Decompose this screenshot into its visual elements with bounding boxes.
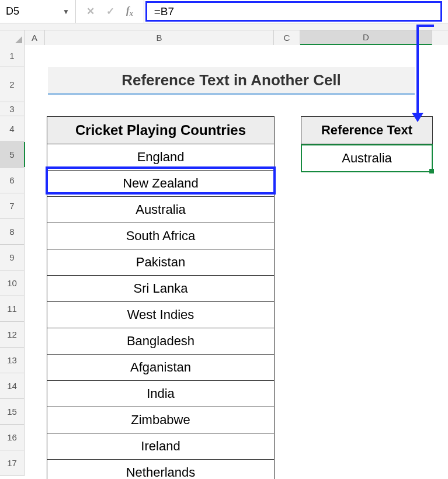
- table-row[interactable]: Zimbabwe: [47, 407, 274, 433]
- select-all-triangle[interactable]: [0, 30, 25, 45]
- reference-table: Reference Text Australia: [301, 116, 433, 172]
- row-header-5[interactable]: 5: [0, 142, 25, 168]
- name-box[interactable]: D5 ▼: [0, 0, 76, 23]
- selected-cell-D5[interactable]: Australia: [301, 144, 433, 172]
- row-header-17[interactable]: 17: [0, 450, 25, 476]
- row-header-13[interactable]: 13: [0, 348, 25, 373]
- table-row[interactable]: West Indies: [47, 302, 274, 328]
- col-header-C[interactable]: C: [274, 30, 300, 45]
- page-title: Reference Text in Another Cell: [48, 67, 415, 95]
- table-row[interactable]: India: [47, 381, 274, 407]
- annotation-arrow-vertical: [416, 25, 419, 115]
- formula-bar-row: D5 ▼ ✕ ✓ fx =B7: [0, 0, 448, 23]
- formula-bar-gap: [0, 23, 448, 30]
- row-header-4[interactable]: 4: [0, 116, 25, 142]
- row-header-9[interactable]: 9: [0, 245, 25, 270]
- row-header-11[interactable]: 11: [0, 296, 25, 322]
- table-row[interactable]: Australia: [47, 197, 274, 223]
- row-header-7[interactable]: 7: [0, 193, 25, 219]
- table-row[interactable]: Bangladesh: [47, 328, 274, 355]
- row-header-3[interactable]: 3: [0, 102, 25, 116]
- cells-area[interactable]: Reference Text in Another Cell Cricket P…: [25, 45, 448, 476]
- row-header-1[interactable]: 1: [0, 45, 25, 67]
- row-header-8[interactable]: 8: [0, 219, 25, 245]
- formula-text: =B7: [154, 5, 174, 18]
- fill-handle[interactable]: [429, 169, 434, 173]
- chevron-down-icon[interactable]: ▼: [62, 8, 70, 16]
- fx-icon[interactable]: fx: [126, 5, 133, 18]
- row-headers: 1 2 3 4 5 6 7 8 9 10 11 12 13 14 15 16 1…: [0, 45, 25, 476]
- column-headers: A B C D: [0, 30, 448, 45]
- countries-table: Cricket Playing Countries England New Ze…: [47, 116, 275, 479]
- row-header-15[interactable]: 15: [0, 399, 25, 425]
- formula-bar-buttons: ✕ ✓ fx: [76, 0, 144, 23]
- formula-input[interactable]: =B7: [145, 1, 442, 22]
- table-row[interactable]: South Africa: [47, 223, 274, 249]
- table-row[interactable]: England: [47, 144, 274, 171]
- table-row[interactable]: Ireland: [47, 433, 274, 460]
- row-header-10[interactable]: 10: [0, 270, 25, 296]
- cancel-icon[interactable]: ✕: [86, 5, 95, 18]
- row-header-14[interactable]: 14: [0, 373, 25, 399]
- row-header-6[interactable]: 6: [0, 168, 25, 193]
- reference-value: Australia: [342, 151, 392, 165]
- table-row[interactable]: Sri Lanka: [47, 276, 274, 302]
- table-row[interactable]: Afganistan: [47, 355, 274, 381]
- countries-header[interactable]: Cricket Playing Countries: [47, 117, 274, 144]
- name-box-value: D5: [6, 5, 19, 18]
- enter-icon[interactable]: ✓: [106, 5, 114, 18]
- table-row[interactable]: Netherlands: [47, 460, 274, 479]
- grid: 1 2 3 4 5 6 7 8 9 10 11 12 13 14 15 16 1…: [0, 45, 448, 476]
- row-header-16[interactable]: 16: [0, 425, 25, 450]
- col-header-B[interactable]: B: [45, 30, 274, 45]
- table-row[interactable]: Pakistan: [47, 249, 274, 276]
- col-header-A[interactable]: A: [25, 30, 45, 45]
- row-header-2[interactable]: 2: [0, 67, 25, 102]
- table-row[interactable]: New Zealand: [47, 171, 274, 197]
- annotation-arrow-head-icon: [412, 113, 423, 122]
- annotation-arrow-horizontal: [416, 25, 434, 27]
- row-header-12[interactable]: 12: [0, 322, 25, 348]
- col-header-D[interactable]: D: [300, 30, 432, 45]
